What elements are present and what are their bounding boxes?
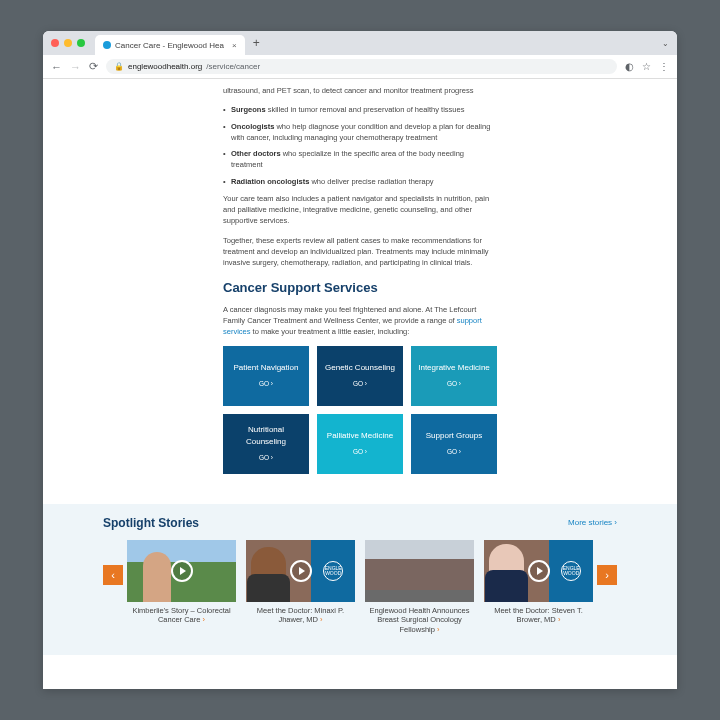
titlebar: Cancer Care - Englewood Hea × + ⌄ [43, 31, 677, 55]
tile-genetic-counseling[interactable]: Genetic CounselingGO › [317, 346, 403, 406]
story-caption: Meet the Doctor: Minaxi P. Jhawer, MD [246, 606, 355, 626]
story-card[interactable]: Englewood Health Announces Breast Surgic… [365, 540, 474, 635]
logo-icon: ENGLEWOOD [561, 561, 581, 581]
article-content: ultrasound, and PET scan, to detect canc… [43, 79, 677, 474]
tab-title: Cancer Care - Englewood Hea [115, 41, 224, 50]
back-button[interactable]: ← [51, 61, 62, 73]
tile-integrative-medicine[interactable]: Integrative MedicineGO › [411, 346, 497, 406]
more-stories-link[interactable]: More stories › [568, 518, 617, 527]
new-tab-button[interactable]: + [253, 36, 260, 50]
story-card[interactable]: ENGLEWOOD Meet the Doctor: Minaxi P. Jha… [246, 540, 355, 635]
tabs-dropdown-icon[interactable]: ⌄ [662, 39, 669, 48]
url-path: /service/cancer [206, 62, 260, 71]
close-window[interactable] [51, 39, 59, 47]
play-icon [171, 560, 193, 582]
para-team: Your care team also includes a patient n… [223, 193, 497, 227]
tile-patient-navigation[interactable]: Patient NavigationGO › [223, 346, 309, 406]
url-field[interactable]: 🔒 englewoodhealth.org/service/cancer [106, 59, 617, 74]
support-intro: A cancer diagnosis may make you feel fri… [223, 304, 497, 338]
browser-window: Cancer Care - Englewood Hea × + ⌄ ← → ⟳ … [43, 31, 677, 689]
list-item: Radiation oncologists who deliver precis… [223, 176, 497, 187]
snippet: ultrasound, and PET scan, to detect canc… [223, 85, 497, 96]
support-tiles: Patient NavigationGO › Genetic Counselin… [223, 346, 497, 474]
tile-nutritional-counseling[interactable]: Nutritional CounselingGO › [223, 414, 309, 474]
spotlight-heading: Spotlight Stories [103, 516, 199, 530]
logo-icon: ENGLEWOOD [323, 561, 343, 581]
maximize-window[interactable] [77, 39, 85, 47]
spotlight-section: Spotlight Stories More stories › ‹ Kimbe… [43, 504, 677, 655]
carousel-prev[interactable]: ‹ [103, 565, 123, 585]
story-caption: Englewood Health Announces Breast Surgic… [365, 606, 474, 635]
list-item: Other doctors who specialize in the spec… [223, 148, 497, 171]
story-card[interactable]: Kimberlie's Story – Colorectal Cancer Ca… [127, 540, 236, 635]
support-heading: Cancer Support Services [223, 278, 497, 298]
story-caption: Meet the Doctor: Steven T. Brower, MD [484, 606, 593, 626]
favicon-icon [103, 41, 111, 49]
carousel-next[interactable]: › [597, 565, 617, 585]
url-host: englewoodhealth.org [128, 62, 202, 71]
viewport: ultrasound, and PET scan, to detect canc… [43, 79, 677, 689]
browser-tab[interactable]: Cancer Care - Englewood Hea × [95, 35, 245, 55]
reload-button[interactable]: ⟳ [89, 60, 98, 73]
tile-support-groups[interactable]: Support GroupsGO › [411, 414, 497, 474]
play-icon [528, 560, 550, 582]
close-tab-icon[interactable]: × [232, 41, 237, 50]
list-item: Surgeons skilled in tumor removal and pr… [223, 104, 497, 115]
lock-icon: 🔒 [114, 62, 124, 71]
bookmark-icon[interactable]: ☆ [642, 61, 651, 72]
story-caption: Kimberlie's Story – Colorectal Cancer Ca… [127, 606, 236, 626]
extension-icon[interactable]: ◐ [625, 61, 634, 72]
story-card[interactable]: ENGLEWOOD Meet the Doctor: Steven T. Bro… [484, 540, 593, 635]
play-icon [290, 560, 312, 582]
para-experts: Together, these experts review all patie… [223, 235, 497, 269]
menu-icon[interactable]: ⋮ [659, 61, 669, 72]
carousel: ‹ Kimberlie's Story – Colorectal Cancer … [103, 540, 617, 635]
forward-button[interactable]: → [70, 61, 81, 73]
specialist-list: Surgeons skilled in tumor removal and pr… [223, 104, 497, 187]
window-controls [51, 39, 85, 47]
address-bar: ← → ⟳ 🔒 englewoodhealth.org/service/canc… [43, 55, 677, 79]
minimize-window[interactable] [64, 39, 72, 47]
tile-palliative-medicine[interactable]: Palliative MedicineGO › [317, 414, 403, 474]
list-item: Oncologists who help diagnose your condi… [223, 121, 497, 144]
